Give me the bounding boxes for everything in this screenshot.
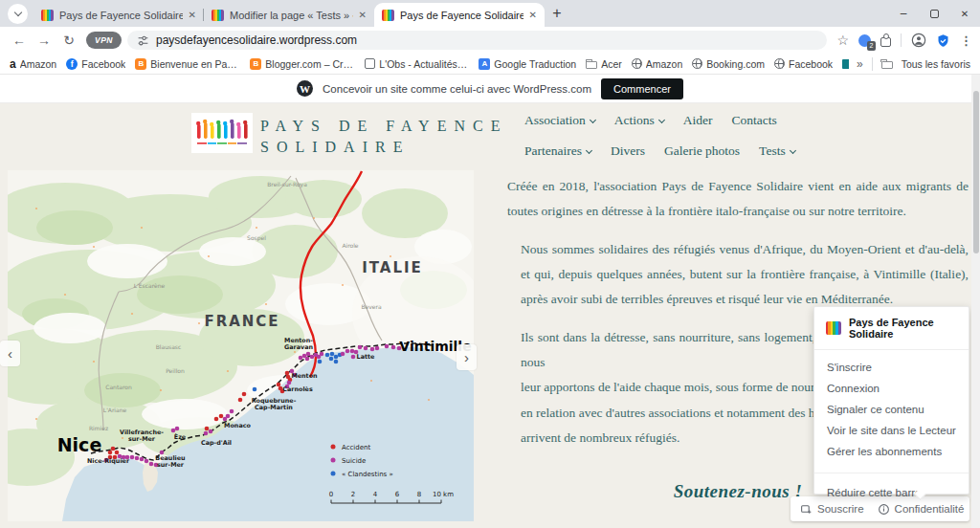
facebook-icon [66,58,78,70]
minimize-button[interactable] [888,0,919,27]
new-tab-button[interactable] [545,3,569,24]
back-button[interactable] [8,33,31,48]
carousel-next-button[interactable] [457,344,477,370]
browser-tab[interactable]: Pays de Fayence Solidaire – « C✕ [374,3,545,27]
bookmark-item[interactable]: Facebook [66,58,125,70]
browser-menu-icon[interactable] [960,32,972,49]
extension-icon[interactable]: 2 [858,34,871,47]
blogger-icon [250,58,261,70]
restore-button[interactable] [919,0,949,27]
tune-icon[interactable] [137,34,149,47]
svg-text:2: 2 [351,491,355,498]
menu-item-voir-le-site-dans-le-lecteur[interactable]: Voir le site dans le Lecteur [814,420,969,441]
subscribe-button[interactable]: Souscrire [793,503,871,516]
scrollbar-thumb[interactable] [973,91,979,253]
incident-dot [130,455,135,460]
fists-logo-image [191,113,253,153]
svg-text:Èze: Èze [174,433,187,441]
svg-text:« Clandestins »: « Clandestins » [342,471,393,478]
svg-text:Peillon: Peillon [166,367,185,374]
nav-item-partenaires[interactable]: Partenaires [524,143,591,159]
nav-item-tests[interactable]: Tests [759,143,795,159]
incident-dot [111,447,116,451]
svg-text:FRANCE: FRANCE [204,313,279,330]
page-scrollbar[interactable] [971,75,980,528]
nav-item-contacts[interactable]: Contacts [732,113,777,128]
bookmark-label: Blogger.com – Crée... [265,58,355,70]
bookmark-label: L'Obs - Actualités d... [379,58,469,70]
nav-item-divers[interactable]: Divers [611,143,645,159]
bookmark-item[interactable]: Google Traduction [479,58,576,70]
map-image: Breil-sur-RoyaSospelAiroleL'EscarèneBeve… [8,170,474,521]
bookmark-item[interactable]: Grotte Cosquer Mé... [842,58,849,70]
forward-button[interactable] [33,33,56,48]
bookmark-star-icon[interactable] [836,32,849,49]
svg-text:6: 6 [395,491,400,498]
svg-text:4: 4 [373,491,378,498]
browser-tab[interactable]: Pays de Fayence Solidaire – « C✕ [33,3,204,27]
bookmarks-overflow-button[interactable]: » [857,57,863,71]
profile-icon[interactable] [911,33,926,48]
privacy-button[interactable]: Confidentialité [871,503,971,516]
bookmark-label: Bienvenue en Pays... [150,58,240,70]
address-bar[interactable]: paysdefayencesolidaire.wordpress.com [127,31,827,50]
divider [872,57,873,71]
bookmark-label: Acer [601,58,622,70]
bookmark-item[interactable]: Facebook [774,58,833,70]
incident-dot [238,398,243,403]
site-favicon [382,10,394,21]
bookmark-item[interactable]: Bienvenue en Pays... [135,58,240,70]
vpn-extension-icon[interactable]: VPN [86,32,122,49]
incident-dot [209,429,213,434]
svg-text:Blausasc: Blausasc [156,343,182,350]
nav-item-galerie-photos[interactable]: Galerie photos [664,143,740,159]
site-title[interactable]: PAYS DE FAYENCE SOLIDAIRE [260,116,507,159]
bookmark-label: Amazon [646,58,683,70]
svg-text:10 km: 10 km [433,491,454,498]
svg-text:Accident: Accident [342,444,370,451]
incident-dot [391,345,396,350]
reload-button[interactable] [57,33,80,48]
browser-tab[interactable]: Modifier la page « Tests » « Pay✕ [204,3,374,27]
bookmark-item[interactable]: Acer [586,58,622,70]
incident-dot [330,352,335,357]
incident-dot [350,349,355,354]
extensions-puzzle-icon[interactable] [880,37,891,47]
incident-dot [329,357,334,362]
svg-text:Cantaron: Cantaron [105,384,132,390]
chevron-down-icon [658,116,665,122]
tab-title: Pays de Fayence Solidaire – « C [59,10,183,21]
menu-item-collapse-bar[interactable]: Réduire cette barre [814,473,969,494]
menu-item-s-inscrire[interactable]: S'inscrire [814,357,969,378]
incident-dot [242,392,247,397]
bookmark-item[interactable]: Amazon [10,57,56,71]
chevron-down-icon [13,8,21,15]
bookmark-item[interactable]: Amazon [632,58,683,70]
security-shield-icon[interactable] [936,33,950,48]
bookmark-item[interactable]: Blogger.com – Crée... [250,58,355,70]
tab-close-button[interactable]: ✕ [189,10,196,20]
folder-icon [586,61,597,69]
site-logo[interactable] [191,113,253,153]
menu-item-connexion[interactable]: Connexion [814,378,969,399]
incident-dot [318,360,323,364]
border-map-figure[interactable]: Breil-sur-RoyaSospelAiroleL'EscarèneBeve… [8,170,474,521]
bookmark-item[interactable]: Booking.com [692,58,765,70]
svg-text:ITALIE: ITALIE [362,259,423,276]
banner-start-button[interactable]: Commencer [601,78,683,99]
wordpress-logo-icon: W [297,80,313,97]
all-favorites-label[interactable]: Tous les favoris [902,58,970,70]
tab-search-button[interactable] [8,4,28,24]
tab-close-button[interactable]: ✕ [529,10,537,20]
nav-item-actions[interactable]: Actions [614,113,664,128]
carousel-prev-button[interactable] [0,341,20,366]
menu-item-g-rer-les-abonnements[interactable]: Gérer les abonnements [814,441,969,462]
menu-item-signaler-ce-contenu[interactable]: Signaler ce contenu [814,399,969,420]
wordpress-banner: W Concevoir un site comme celui-ci avec … [0,75,980,103]
nav-item-aider[interactable]: Aider [683,113,713,128]
nav-item-association[interactable]: Association [524,113,595,128]
bookmark-item[interactable]: L'Obs - Actualités d... [365,58,469,70]
tab-close-button[interactable]: ✕ [359,10,367,20]
menu-site-title: Pays de Fayence Solidaire [849,317,957,340]
close-window-button[interactable] [949,0,980,27]
